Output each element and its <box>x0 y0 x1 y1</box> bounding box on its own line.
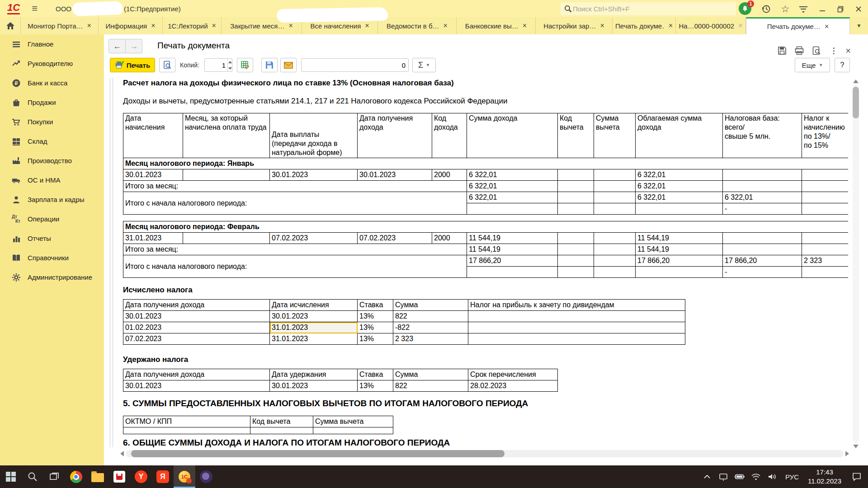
table-cell[interactable]: 28.02.2023 <box>468 380 558 392</box>
header-cell[interactable]: Срок перечисления <box>468 369 558 380</box>
table-cell[interactable] <box>558 181 594 192</box>
tab-close-icon[interactable]: × <box>288 22 292 29</box>
table-cell[interactable] <box>723 244 802 255</box>
table-cell[interactable] <box>594 255 636 267</box>
header-cell[interactable]: Налоговая база: всего/ свыше 5 млн. <box>723 113 802 158</box>
table-cell[interactable]: 13% <box>358 380 393 392</box>
tab-close-icon[interactable]: × <box>523 22 527 29</box>
table-cell[interactable] <box>468 333 685 345</box>
table-cell[interactable]: 11 544,19 <box>467 233 558 244</box>
scroll-right-arrow[interactable] <box>845 451 849 456</box>
header-cell[interactable]: Сумма <box>393 369 468 380</box>
table-cell[interactable] <box>467 267 558 278</box>
cast-display-icon[interactable] <box>715 473 731 481</box>
table-cell[interactable]: 822 <box>393 311 468 322</box>
table-cell[interactable]: 30.01.2023 <box>270 169 358 181</box>
table-cell[interactable] <box>723 169 802 181</box>
table-cell[interactable]: 31.01.2023 <box>123 233 183 244</box>
history-button[interactable] <box>760 3 772 15</box>
table-cell[interactable]: 2 323 <box>393 333 468 345</box>
minimize-button[interactable] <box>816 3 828 15</box>
table-cell[interactable] <box>802 169 849 181</box>
table-cell[interactable] <box>558 233 594 244</box>
tab-1c-lektoriy[interactable]: 1С:Лекторий× <box>163 17 222 34</box>
table-cell[interactable]: 822 <box>393 380 468 392</box>
table-cell[interactable]: 6 322,01 <box>467 181 558 192</box>
taskbar-clock[interactable]: 17:43 11.02.2023 <box>804 468 845 486</box>
start-button[interactable] <box>0 465 22 488</box>
table-cell[interactable]: 17 866,20 <box>723 255 802 267</box>
table-cell[interactable]: 2 323 <box>802 255 849 267</box>
tab-pechat-dokumenta-active[interactable]: Печать докуме…× <box>746 17 850 34</box>
tab-home[interactable] <box>0 17 21 34</box>
global-search[interactable] <box>561 2 736 15</box>
tab-pechat-dokumenta-1[interactable]: Печать докуме…× <box>613 17 676 34</box>
tab-monitor-portala[interactable]: Монитор Порта…× <box>21 17 99 34</box>
task-view-button[interactable] <box>43 465 65 488</box>
total-label-cell[interactable]: Итого за месяц: <box>123 181 467 192</box>
table-cell[interactable]: 13% <box>358 311 393 322</box>
header-cell[interactable]: Ставка <box>358 369 393 380</box>
language-indicator[interactable]: РУС <box>780 473 804 481</box>
table-cell[interactable] <box>468 322 685 333</box>
table-cell[interactable] <box>802 267 849 278</box>
tab-close-icon[interactable]: × <box>151 22 155 29</box>
header-cell[interactable]: Дата получения дохода <box>123 369 270 380</box>
scroll-down-arrow[interactable] <box>853 445 859 448</box>
header-cell[interactable]: Месяц, за который начислена оплата труда <box>183 113 270 158</box>
table-cell[interactable]: 2000 <box>432 169 467 181</box>
tab-close-icon[interactable]: × <box>600 22 604 29</box>
sidebar-item-operacii[interactable]: ДтКт Операции <box>0 209 104 229</box>
taskbar-search-button[interactable] <box>22 465 43 488</box>
table-cell[interactable]: 6 322,01 <box>467 169 558 181</box>
header-cell[interactable]: Дата удержания <box>270 369 358 380</box>
search-input[interactable] <box>572 5 723 13</box>
header-cell[interactable]: Код дохода <box>432 113 467 158</box>
tab-close-icon[interactable]: × <box>87 22 91 29</box>
table-cell[interactable] <box>250 427 313 434</box>
horizontal-scroll-track[interactable] <box>126 450 844 457</box>
table-cell[interactable]: 13% <box>358 333 393 345</box>
main-menu-icon[interactable]: ≡ <box>32 4 38 14</box>
table-cell[interactable]: 6 322,01 <box>636 181 723 192</box>
table-cell[interactable] <box>467 203 558 215</box>
header-cell[interactable]: Дата получения дохода <box>358 113 432 158</box>
tab-close-icon[interactable]: × <box>212 22 216 29</box>
document-app-icon[interactable] <box>108 465 130 488</box>
table-cell[interactable] <box>594 192 636 203</box>
send-email-button[interactable] <box>280 58 297 72</box>
chrome-icon[interactable] <box>65 465 87 488</box>
scroll-up-arrow[interactable] <box>853 80 859 83</box>
sidebar-item-sklad[interactable]: Склад <box>0 131 104 151</box>
onec-app-active[interactable]: 1С <box>174 465 195 488</box>
header-cell[interactable]: Налог к начислению по 13%/ по 15% <box>802 113 849 158</box>
table-cell[interactable] <box>802 192 849 203</box>
table-cell[interactable] <box>558 169 594 181</box>
month-title-cell[interactable]: Месяц налогового периода: Январь <box>123 158 849 169</box>
vertical-scroll-thumb[interactable] <box>853 87 859 118</box>
month-title-cell[interactable]: Месяц налогового периода: Февраль <box>123 221 849 233</box>
table-cell[interactable] <box>636 267 723 278</box>
sidebar-item-bank-i-kassa[interactable]: ₽ Банк и касса <box>0 73 104 93</box>
header-cell[interactable]: Дата выплаты (передачи дохода в натураль… <box>270 113 358 158</box>
help-button[interactable]: ? <box>835 58 850 72</box>
sidebar-item-os-i-nma[interactable]: ОС и НМА <box>0 170 104 190</box>
table-cell[interactable]: 30.01.2023 <box>123 311 270 322</box>
table-cell[interactable]: 6 322,01 <box>467 192 558 203</box>
table-cell[interactable] <box>802 244 849 255</box>
tab-close-icon[interactable]: × <box>365 22 369 29</box>
table-cell[interactable]: - <box>723 267 802 278</box>
sidebar-item-rukovoditelyu[interactable]: Руководителю <box>0 54 104 73</box>
table-cell[interactable] <box>594 203 636 215</box>
header-cell[interactable]: Сумма вычета <box>313 416 393 427</box>
table-cell[interactable]: 31.01.2023 <box>270 333 358 345</box>
table-cell[interactable] <box>558 244 594 255</box>
sum-button[interactable]: Σ▼ <box>412 58 436 72</box>
kebab-menu-icon[interactable]: ⋮ <box>827 44 840 57</box>
counter-input[interactable] <box>302 59 408 71</box>
table-cell[interactable] <box>123 427 250 434</box>
header-cell[interactable]: Дата начисления <box>123 113 183 158</box>
restore-button[interactable] <box>835 3 846 15</box>
table-cell[interactable] <box>313 427 393 434</box>
save-button[interactable] <box>261 58 278 72</box>
